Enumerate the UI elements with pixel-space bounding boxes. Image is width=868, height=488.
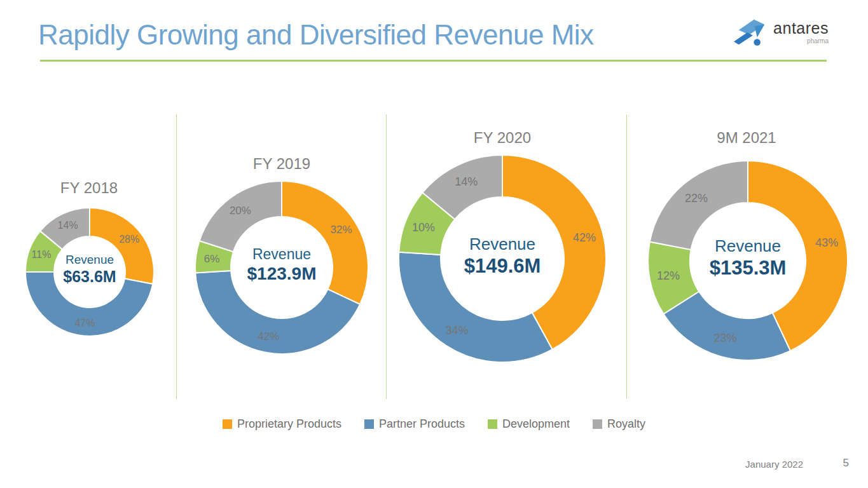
legend-swatch-icon xyxy=(223,419,232,429)
segment-percent-label: 47% xyxy=(74,318,95,329)
revenue-value: $149.6M xyxy=(464,254,541,279)
slide: Rapidly Growing and Diversified Revenue … xyxy=(0,0,868,488)
segment-percent-label: 11% xyxy=(32,249,52,260)
chart-title-fy2018: FY 2018 xyxy=(60,179,118,197)
footer-date: January 2022 xyxy=(745,459,803,470)
legend-label: Royalty xyxy=(607,417,645,431)
segment-percent-label: 23% xyxy=(713,332,736,344)
segment-percent-label: 42% xyxy=(258,330,279,342)
chart-title-fy2019: FY 2019 xyxy=(253,155,310,173)
revenue-value: $123.9M xyxy=(247,263,317,285)
donut-center-fy2018: Revenue $63.6M xyxy=(63,253,116,287)
segment-percent-label: 6% xyxy=(204,253,220,265)
chart-title-fy2020: FY 2020 xyxy=(474,129,531,147)
segment-percent-label: 34% xyxy=(446,324,469,337)
segment-percent-label: 12% xyxy=(657,269,680,282)
page-number: 5 xyxy=(843,457,849,470)
legend-swatch-icon xyxy=(593,419,602,429)
segment-percent-label: 22% xyxy=(685,192,708,205)
donut-center-fy2019: Revenue $123.9M xyxy=(247,246,317,285)
revenue-label: Revenue xyxy=(247,246,317,262)
legend-swatch-icon xyxy=(364,419,374,429)
legend-item: Proprietary Products xyxy=(223,417,341,431)
donut-segment xyxy=(282,181,368,304)
revenue-label: Revenue xyxy=(464,235,541,254)
legend-item: Partner Products xyxy=(364,417,465,431)
revenue-label: Revenue xyxy=(63,253,116,267)
donut-center-fy2020: Revenue $149.6M xyxy=(464,235,541,279)
legend-item: Royalty xyxy=(593,417,645,431)
segment-percent-label: 14% xyxy=(455,175,478,188)
segment-percent-label: 28% xyxy=(119,234,139,245)
segment-percent-label: 42% xyxy=(573,231,596,244)
chart-title-9m2021: 9M 2021 xyxy=(717,129,776,147)
segment-percent-label: 20% xyxy=(230,205,251,217)
legend-label: Proprietary Products xyxy=(237,417,341,431)
legend: Proprietary ProductsPartner ProductsDeve… xyxy=(0,417,868,431)
revenue-label: Revenue xyxy=(710,237,787,256)
legend-label: Partner Products xyxy=(379,417,465,431)
legend-label: Development xyxy=(502,417,570,431)
revenue-value: $135.3M xyxy=(710,256,787,281)
segment-percent-label: 32% xyxy=(331,224,352,236)
segment-percent-label: 10% xyxy=(412,221,435,234)
segment-percent-label: 14% xyxy=(58,220,78,231)
legend-item: Development xyxy=(488,417,570,431)
donut-center-9m2021: Revenue $135.3M xyxy=(710,237,787,281)
revenue-value: $63.6M xyxy=(63,267,116,287)
segment-percent-label: 43% xyxy=(815,236,838,249)
legend-swatch-icon xyxy=(488,419,497,429)
